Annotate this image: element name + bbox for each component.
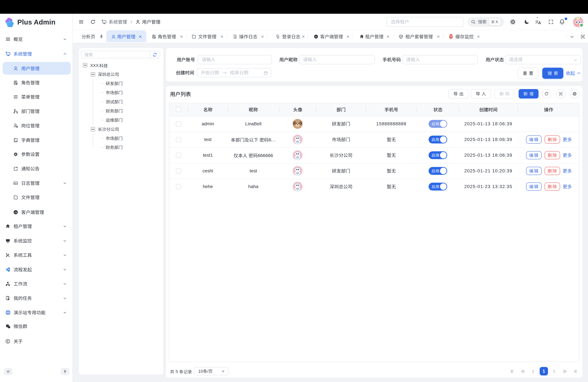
svg-text:redis: redis — [449, 38, 452, 39]
svg-text:DEV: DEV — [14, 183, 17, 184]
